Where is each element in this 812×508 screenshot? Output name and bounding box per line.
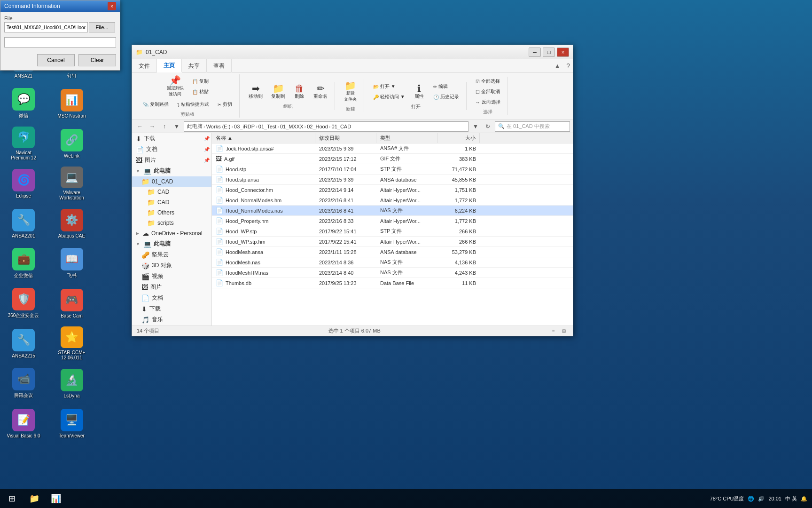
ribbon-btn-deselect-all[interactable]: ☐ 全部取消 — [472, 87, 504, 96]
table-row[interactable]: 📄 HoodMesh.nas 2023/2/14 8:36 NAS 文件 4,1… — [212, 257, 573, 268]
desktop-icon-mscn[interactable]: 📊 MSC Nastran — [53, 85, 91, 122]
ribbon-btn-open[interactable]: 📂 打开 ▼ — [370, 82, 408, 91]
desktop-icon-navicat[interactable]: 🐬 Navicat Premium 12 — [5, 125, 42, 162]
desktop-icon-360[interactable]: 🛡️ 360企业安全云 — [5, 285, 42, 322]
ribbon-help-btn[interactable]: ? — [563, 59, 573, 72]
table-row[interactable]: 📄 HoodMeshHM.nas 2023/2/14 8:40 NAS 文件 4… — [212, 268, 573, 278]
table-row[interactable]: 📄 Hood_WP.stp 2017/9/22 15:41 STP 文件 266… — [212, 226, 573, 237]
table-row[interactable]: 🖼 A.gif 2023/2/15 17:12 GIF 文件 383 KB — [212, 154, 573, 164]
desktop-icon-abaqus[interactable]: ⚙️ Abaqus CAE — [53, 205, 91, 242]
table-row[interactable]: 📄 Hood.stp 2017/7/10 17:04 STP 文件 71,472… — [212, 164, 573, 175]
ribbon-btn-pin[interactable]: 📌 固定到快速访问 — [164, 74, 187, 99]
explorer-maximize-btn[interactable]: □ — [543, 48, 555, 57]
table-row[interactable]: 📄 Hood_Connector.hm 2023/2/14 9:14 Altai… — [212, 185, 573, 195]
ribbon-btn-properties[interactable]: ℹ 属性 — [410, 82, 428, 101]
desktop-icon-welink[interactable]: 🔗 WeLink — [53, 125, 91, 162]
nav-forward-btn[interactable]: → — [147, 121, 157, 132]
ribbon-btn-new-folder[interactable]: 📁 新建文件夹 — [341, 79, 360, 104]
ribbon-btn-copy[interactable]: 📋 复制 — [189, 77, 212, 86]
col-header-size[interactable]: 大小 — [437, 133, 480, 143]
ribbon-btn-easy-access[interactable]: 🔑 轻松访问 ▼ — [370, 92, 408, 102]
table-row[interactable]: 📄 Hood_NormalModes.hm 2023/2/16 8:41 Alt… — [212, 195, 573, 206]
sidebar-item-cad2[interactable]: 📁 CAD — [132, 197, 211, 207]
path-part-hood[interactable]: 02_Hood — [307, 124, 328, 129]
address-refresh-btn[interactable]: ↻ — [483, 121, 493, 132]
taskbar-item-explorer[interactable]: 📁 — [23, 489, 45, 508]
ribbon-btn-edit[interactable]: ✏ 编辑 — [430, 82, 462, 91]
desktop-icon-ansa2215[interactable]: 🔧 ANSA2215 — [5, 325, 42, 362]
col-header-date[interactable]: 修改日期 — [315, 133, 376, 143]
desktop-icon-vb[interactable]: 📝 Visual Basic 6.0 — [5, 405, 42, 442]
table-row[interactable]: 📄 Hood_NormalModes.nas 2023/2/16 8:41 NA… — [212, 206, 573, 216]
sidebar-item-docs2[interactable]: 📄 文档 — [132, 293, 211, 303]
sidebar-item-downloads2[interactable]: ⬇ 下载 — [132, 303, 211, 314]
ribbon-btn-moveto[interactable]: ➡ 移动到 — [245, 82, 266, 101]
table-row[interactable]: 📄 Hood_WP.stp.hm 2017/9/22 15:41 Altair … — [212, 237, 573, 247]
desktop-icon-tencent[interactable]: 📹 腾讯会议 — [5, 365, 42, 402]
explorer-close-btn[interactable]: × — [557, 48, 569, 57]
ribbon-btn-history[interactable]: 🕐 历史记录 — [430, 92, 462, 102]
table-row[interactable]: 📄 Thumbs.db 2017/9/25 13:23 Data Base Fi… — [212, 278, 573, 288]
address-dropdown-btn[interactable]: ▼ — [470, 121, 481, 132]
path-part-cad[interactable]: 01_CAD — [332, 124, 351, 129]
ribbon-tab-file[interactable]: 文件 — [132, 59, 157, 72]
taskbar-item-taskmgr[interactable]: 📊 — [45, 489, 67, 508]
sidebar-item-01cad[interactable]: 📁 01_CAD — [132, 176, 211, 187]
cmd-cancel-button[interactable]: Cancel — [37, 54, 75, 66]
ribbon-tab-view[interactable]: 查看 — [207, 59, 232, 72]
sidebar-item-desktop[interactable]: 🖥 桌面 — [132, 325, 211, 325]
desktop-icon-lsdyna[interactable]: 🔬 LsDyna — [53, 365, 91, 402]
sidebar-item-scripts[interactable]: 📁 scripts — [132, 218, 211, 228]
cmd-clear-button[interactable]: Clear — [78, 54, 116, 66]
desktop-icon-starcm[interactable]: ⭐ STAR-CCM+ 12.06.011 — [53, 325, 91, 362]
search-box[interactable]: 🔍 在 01_CAD 中搜索 — [495, 121, 570, 132]
ribbon-btn-cut[interactable]: ✂ 剪切 — [214, 100, 235, 109]
sidebar-item-pictures[interactable]: 🖼 图片 📌 — [132, 155, 211, 166]
sidebar-item-jianguoyun[interactable]: 🥜 坚果云 — [132, 249, 211, 260]
cmd-dialog-search-input[interactable] — [4, 37, 116, 48]
table-row[interactable]: 📄 HoodMesh.ansa 2023/1/11 15:28 ANSA dat… — [212, 247, 573, 257]
desktop-icon-feixing[interactable]: 📖 飞书 — [53, 245, 91, 282]
table-row[interactable]: 📄 Hood.stp.ansa 2023/2/15 9:39 ANSA data… — [212, 175, 573, 185]
nav-recent-btn[interactable]: ▼ — [172, 121, 182, 132]
ribbon-collapse-btn[interactable]: ▲ — [551, 59, 563, 72]
table-row[interactable]: 📄 Hood_Property.hm 2023/2/16 8:33 Altair… — [212, 216, 573, 226]
sidebar-item-thispc2[interactable]: ▼ 💻 此电脑 — [132, 238, 211, 249]
ribbon-tab-home[interactable]: 主页 — [157, 59, 182, 72]
sidebar-item-thispc[interactable]: ▼ 💻 此电脑 — [132, 166, 211, 176]
desktop-icon-teamviewer[interactable]: 🖥️ TeamViewer — [53, 405, 91, 442]
col-header-name[interactable]: 名称 ▲ — [212, 133, 315, 143]
sidebar-item-music[interactable]: 🎵 音乐 — [132, 314, 211, 325]
sidebar-item-3d[interactable]: 🎲 3D 对象 — [132, 260, 211, 271]
cmd-dialog-path-input[interactable] — [4, 22, 88, 32]
desktop-icon-qywx[interactable]: 💼 企业微信 — [5, 245, 42, 282]
table-row[interactable]: 📄 .lock.Hood.stp.ansa# 2023/2/15 9:39 AN… — [212, 143, 573, 154]
desktop-icon-basecam[interactable]: 🎮 Base Cam — [53, 285, 91, 322]
ribbon-btn-copyto[interactable]: 📁 复制到 — [268, 82, 289, 101]
desktop-icon-eclipse[interactable]: 🌀 Eclipse — [5, 165, 42, 202]
sidebar-item-download[interactable]: ⬇ 下载 📌 — [132, 133, 211, 144]
ribbon-btn-select-all[interactable]: ☑ 全部选择 — [472, 77, 504, 86]
ribbon-btn-paste[interactable]: 📋 粘贴 — [189, 87, 212, 96]
path-part-irdp[interactable]: 03_iRDP — [234, 124, 255, 129]
path-part-works[interactable]: Works (E:) — [206, 124, 231, 129]
view-list-btn[interactable]: ≡ — [549, 327, 558, 335]
desktop-icon-wechat[interactable]: 💬 微信 — [5, 85, 42, 122]
cmd-dialog-file-button[interactable]: File... — [89, 22, 115, 32]
cmd-dialog-close-btn[interactable]: × — [108, 2, 116, 10]
desktop-icon-ansa2201[interactable]: 🔧 ANSA2201 — [5, 205, 42, 242]
sidebar-item-others[interactable]: 📁 Others — [132, 207, 211, 218]
nav-back-btn[interactable]: ← — [135, 121, 145, 132]
sidebar-item-cad1[interactable]: 📁 CAD — [132, 187, 211, 197]
path-part-test[interactable]: 01_Test — [258, 124, 277, 129]
path-part-mxxx[interactable]: 01_MXXX — [280, 124, 304, 129]
ribbon-btn-copy-path[interactable]: 📎 复制路径 — [140, 100, 172, 109]
sidebar-item-videos[interactable]: 🎬 视频 — [132, 271, 211, 282]
sidebar-item-onedrive[interactable]: ▶ ☁ OneDrive - Personal — [132, 228, 211, 238]
view-detail-btn[interactable]: ⊞ — [560, 327, 568, 335]
ribbon-btn-paste-shortcut[interactable]: ⤵ 粘贴快捷方式 — [174, 100, 212, 109]
ribbon-btn-delete[interactable]: 🗑 删除 — [290, 82, 308, 101]
col-header-type[interactable]: 类型 — [376, 133, 437, 143]
sidebar-item-pictures2[interactable]: 🖼 图片 — [132, 282, 211, 293]
path-part-computer[interactable]: 此电脑 — [187, 123, 203, 130]
